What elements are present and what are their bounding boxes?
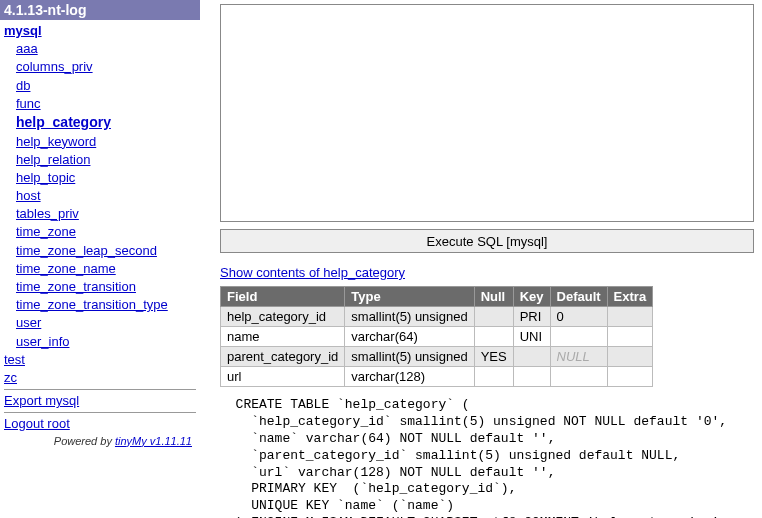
cell-type: varchar(64) — [345, 327, 474, 347]
cell-type: smallint(5) unsigned — [345, 307, 474, 327]
powered-by: Powered by tinyMy v1.11.11 — [4, 434, 196, 449]
cell-key — [513, 347, 550, 367]
col-header: Null — [474, 287, 513, 307]
col-header: Default — [550, 287, 607, 307]
cell-field: parent_category_id — [221, 347, 345, 367]
show-contents-link[interactable]: Show contents of help_category — [220, 265, 405, 280]
sql-input[interactable] — [220, 4, 754, 222]
logout-link[interactable]: Logout root — [4, 415, 196, 433]
table-link-help-category[interactable]: help_category — [16, 113, 196, 133]
table-row: parent_category_idsmallint(5) unsignedYE… — [221, 347, 653, 367]
table-link-time-zone[interactable]: time_zone — [16, 223, 196, 241]
cell-default — [550, 327, 607, 347]
cell-null — [474, 327, 513, 347]
cell-key — [513, 367, 550, 387]
cell-field: url — [221, 367, 345, 387]
cell-default: 0 — [550, 307, 607, 327]
export-link[interactable]: Export mysql — [4, 392, 196, 410]
table-link-func[interactable]: func — [16, 95, 196, 113]
powered-link[interactable]: tinyMy v1.11.11 — [115, 435, 192, 447]
create-table-sql: CREATE TABLE `help_category` ( `help_cat… — [220, 397, 754, 518]
table-link-user-info[interactable]: user_info — [16, 333, 196, 351]
db-link-test[interactable]: test — [4, 351, 196, 369]
db-link-zc[interactable]: zc — [4, 369, 196, 387]
table-link-help-topic[interactable]: help_topic — [16, 169, 196, 187]
cell-type: varchar(128) — [345, 367, 474, 387]
cell-default: NULL — [550, 347, 607, 367]
col-header: Type — [345, 287, 474, 307]
table-row: help_category_idsmallint(5) unsignedPRI0 — [221, 307, 653, 327]
server-version-header: 4.1.13-nt-log — [0, 0, 200, 20]
col-header: Extra — [607, 287, 653, 307]
schema-table: FieldTypeNullKeyDefaultExtra help_catego… — [220, 286, 653, 387]
cell-extra — [607, 347, 653, 367]
table-link-host[interactable]: host — [16, 187, 196, 205]
cell-null: YES — [474, 347, 513, 367]
table-link-time-zone-leap-second[interactable]: time_zone_leap_second — [16, 242, 196, 260]
table-link-user[interactable]: user — [16, 314, 196, 332]
table-link-columns-priv[interactable]: columns_priv — [16, 58, 196, 76]
table-link-db[interactable]: db — [16, 77, 196, 95]
table-row: namevarchar(64)UNI — [221, 327, 653, 347]
table-link-aaa[interactable]: aaa — [16, 40, 196, 58]
cell-extra — [607, 307, 653, 327]
table-link-time-zone-transition-type[interactable]: time_zone_transition_type — [16, 296, 196, 314]
db-link-mysql[interactable]: mysql — [4, 22, 196, 40]
col-header: Field — [221, 287, 345, 307]
cell-key: UNI — [513, 327, 550, 347]
table-link-help-relation[interactable]: help_relation — [16, 151, 196, 169]
cell-field: name — [221, 327, 345, 347]
cell-key: PRI — [513, 307, 550, 327]
main-panel: Execute SQL [mysql] Show contents of hel… — [200, 0, 762, 518]
sidebar: 4.1.13-nt-log mysql aaacolumns_privdbfun… — [0, 0, 200, 518]
table-link-time-zone-name[interactable]: time_zone_name — [16, 260, 196, 278]
table-list: aaacolumns_privdbfunchelp_categoryhelp_k… — [4, 40, 196, 351]
cell-extra — [607, 367, 653, 387]
table-link-help-keyword[interactable]: help_keyword — [16, 133, 196, 151]
table-link-tables-priv[interactable]: tables_priv — [16, 205, 196, 223]
execute-sql-button[interactable]: Execute SQL [mysql] — [220, 229, 754, 253]
cell-field: help_category_id — [221, 307, 345, 327]
cell-null — [474, 367, 513, 387]
cell-extra — [607, 327, 653, 347]
table-row: urlvarchar(128) — [221, 367, 653, 387]
cell-null — [474, 307, 513, 327]
table-link-time-zone-transition[interactable]: time_zone_transition — [16, 278, 196, 296]
cell-default — [550, 367, 607, 387]
cell-type: smallint(5) unsigned — [345, 347, 474, 367]
col-header: Key — [513, 287, 550, 307]
